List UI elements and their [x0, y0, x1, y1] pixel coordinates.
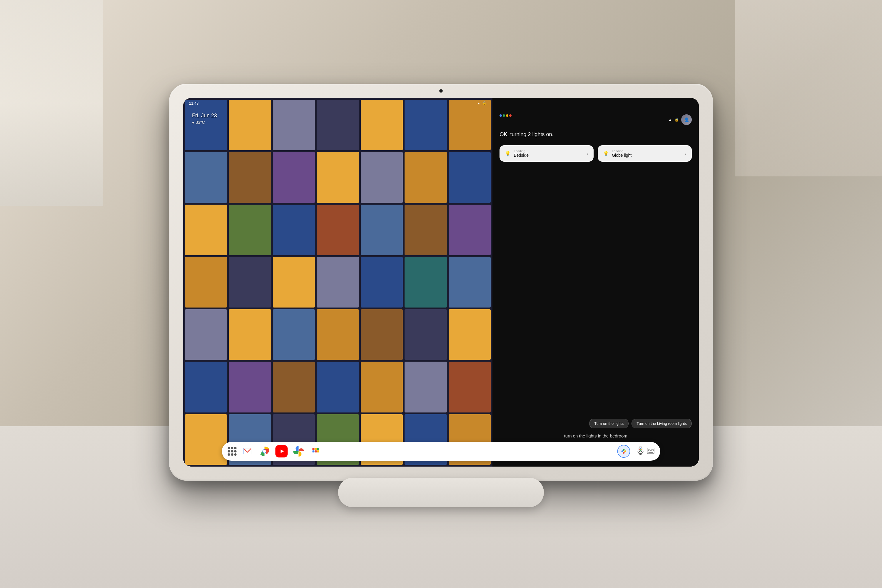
wall-cell — [405, 205, 447, 255]
google-apps-icon[interactable] — [310, 445, 322, 458]
wifi-status-icon: ▲ — [668, 117, 672, 122]
svg-rect-34 — [652, 450, 654, 451]
google-assistant-icon — [500, 114, 512, 117]
wall-cell — [405, 309, 447, 360]
taskbar-voice-bar — [222, 442, 660, 461]
wallpaper-date: Fri, Jun 23 — [192, 112, 217, 119]
tablet-device: 11:48 ▲ 🔒 — [169, 84, 713, 481]
keyboard-svg — [647, 448, 654, 454]
wall-cell — [448, 362, 490, 412]
assistant-header: ▲ 🔒 👤 — [500, 114, 692, 125]
wall-cell — [229, 362, 271, 412]
wall-cell — [273, 205, 315, 255]
dot — [228, 453, 230, 456]
wall-cell — [273, 362, 315, 412]
youtube-icon[interactable] — [276, 445, 288, 458]
dot — [228, 450, 230, 453]
wall-cell — [316, 362, 358, 412]
dot — [231, 447, 233, 449]
wall-cell — [229, 205, 271, 255]
weather-icon: ● — [192, 120, 194, 124]
google-photos-icon[interactable] — [292, 445, 305, 458]
svg-rect-31 — [648, 450, 649, 451]
chevron-right-icon-1: › — [587, 151, 589, 156]
lock-icon: 🔒 — [674, 118, 679, 122]
light-card-text-2: Loading... Globe light — [612, 149, 682, 158]
top-right-icons: ▲ 🔒 👤 — [668, 114, 692, 125]
status-icons: ▲ 🔒 — [477, 101, 487, 105]
wall-cell — [448, 257, 490, 308]
wifi-icon: ▲ — [477, 101, 481, 105]
chrome-svg — [259, 446, 270, 457]
dot — [234, 450, 237, 453]
voice-transcript: turn on the lights in the bedroom — [564, 434, 627, 438]
status-time: 11:48 — [189, 101, 199, 105]
wallpaper-panel: 11:48 ▲ 🔒 — [183, 98, 492, 466]
suggestion-chip-2[interactable]: Turn on the Living room lights — [632, 418, 692, 428]
wall-cell — [185, 362, 227, 412]
wall-cell — [316, 205, 358, 255]
wallpaper-info: Fri, Jun 23 ● 33°C — [192, 112, 217, 124]
svg-rect-30 — [652, 448, 654, 450]
dot — [234, 447, 237, 449]
keyboard-icon[interactable] — [647, 448, 654, 455]
assistant-panel: ▲ 🔒 👤 OK, turning 2 lights on. 💡 Loading… — [492, 98, 699, 466]
light-card-globe[interactable]: 💡 Loading... Globe light › — [598, 145, 692, 162]
app-grid-icon[interactable] — [228, 447, 237, 456]
wall-cell — [405, 257, 447, 308]
svg-marker-6 — [281, 450, 284, 453]
wall-cell — [361, 309, 403, 360]
user-avatar[interactable]: 👤 — [681, 114, 692, 125]
wall-cell — [273, 152, 315, 202]
wall-cell — [185, 152, 227, 202]
mic-svg — [637, 447, 644, 455]
youtube-svg — [278, 448, 286, 454]
dot — [234, 453, 237, 456]
wall-cell — [361, 257, 403, 308]
assistant-response: OK, turning 2 lights on. — [500, 131, 692, 138]
wall-cell — [229, 309, 271, 360]
wall-cell — [273, 257, 315, 308]
dot — [228, 447, 230, 449]
svg-rect-29 — [651, 448, 651, 450]
microphone-icon[interactable] — [637, 447, 644, 456]
wall-cell — [405, 362, 447, 412]
tablet-camera — [439, 89, 443, 93]
wall-cell — [316, 309, 358, 360]
weather-temp: 33°C — [195, 120, 205, 124]
status-bar: 11:48 ▲ 🔒 — [183, 98, 492, 108]
chevron-right-icon-2: › — [685, 151, 687, 156]
ga-dot-yellow — [506, 114, 508, 117]
google-assistant-active-icon[interactable] — [617, 445, 630, 458]
wall-cell — [361, 152, 403, 202]
tablet-stand — [338, 478, 544, 507]
svg-rect-27 — [648, 448, 649, 450]
svg-rect-33 — [651, 450, 652, 451]
ga-dot-blue — [500, 114, 502, 117]
light-card-status-2: Loading... — [612, 149, 682, 153]
svg-rect-8 — [312, 448, 315, 450]
svg-rect-28 — [649, 448, 650, 450]
svg-point-15 — [621, 450, 623, 452]
svg-point-17 — [624, 450, 626, 452]
wall-cell — [185, 309, 227, 360]
ga-dot-red — [509, 114, 512, 117]
dot — [231, 453, 233, 456]
wall-cell — [361, 205, 403, 255]
chrome-icon[interactable] — [258, 445, 271, 458]
wall-cell — [448, 309, 490, 360]
light-card-bedside[interactable]: 💡 Loading... Bedside › — [500, 145, 594, 162]
suggestion-chip-1[interactable]: Turn on the lights — [589, 418, 628, 428]
bg-window-left — [0, 0, 103, 206]
assistant-active-svg — [620, 447, 627, 455]
gmail-icon[interactable] — [242, 445, 254, 458]
light-card-name-1: Bedside — [514, 153, 584, 158]
svg-rect-10 — [317, 448, 319, 450]
transcript-text: turn on the lights in the bedroom — [564, 434, 627, 438]
wall-cell — [185, 414, 227, 465]
wall-cell — [448, 152, 490, 202]
wall-cell — [185, 205, 227, 255]
wall-cell — [185, 257, 227, 308]
wall-cell — [229, 152, 271, 202]
wall-cell — [316, 257, 358, 308]
